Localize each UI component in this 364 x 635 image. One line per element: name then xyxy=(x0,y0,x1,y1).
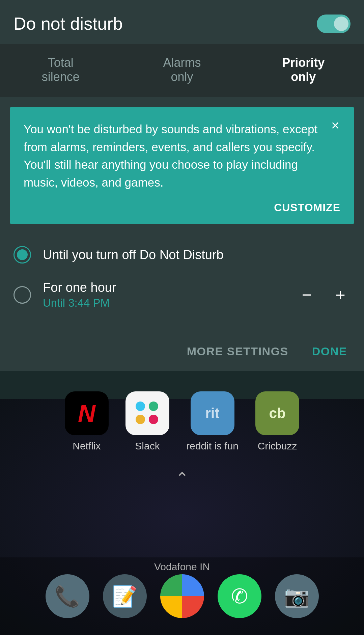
dock-whatsapp-button[interactable]: ✆ xyxy=(218,574,261,618)
docs-icon: 📝 xyxy=(112,584,137,608)
app-row: N Netflix Slack rit reddit is fun cb Cri xyxy=(0,378,364,465)
customize-button[interactable]: CUSTOMIZE xyxy=(24,201,340,214)
info-banner: × You won't be disturbed by sounds and v… xyxy=(10,107,354,224)
duration-options: Until you turn off Do Not Disturb For on… xyxy=(0,224,364,331)
option-indefinite[interactable]: Until you turn off Do Not Disturb xyxy=(13,238,351,272)
radio-one-hour[interactable] xyxy=(13,286,31,304)
slack-icon xyxy=(125,391,169,435)
tab-priority-only[interactable]: Priorityonly xyxy=(243,44,364,97)
decrease-hour-button[interactable]: − xyxy=(297,285,317,305)
phone-icon: 📞 xyxy=(55,584,80,608)
slack-label: Slack xyxy=(135,440,160,452)
app-area: N Netflix Slack rit reddit is fun cb Cri xyxy=(0,371,364,635)
netflix-icon: N xyxy=(65,391,109,435)
option-one-hour-label: For one hour xyxy=(43,280,297,295)
close-banner-button[interactable]: × xyxy=(327,117,344,134)
app-reddit[interactable]: rit reddit is fun xyxy=(186,391,239,452)
reddit-label: reddit is fun xyxy=(186,440,239,452)
dnd-toggle[interactable] xyxy=(317,15,351,33)
increase-hour-button[interactable]: + xyxy=(330,285,351,305)
dock-chrome-button[interactable] xyxy=(160,574,204,618)
done-button[interactable]: DONE xyxy=(309,341,351,361)
dock-phone-button[interactable]: 📞 xyxy=(46,574,89,618)
reddit-icon: rit xyxy=(191,391,234,435)
dialog-actions: MORE SETTINGS DONE xyxy=(0,331,364,375)
option-indefinite-label: Until you turn off Do Not Disturb xyxy=(43,248,351,262)
more-settings-button[interactable]: MORE SETTINGS xyxy=(184,341,292,361)
hour-controls: − + xyxy=(297,285,351,305)
option-one-hour[interactable]: For one hour Until 3:44 PM − + xyxy=(13,272,351,318)
dialog-title: Do not disturb xyxy=(13,13,123,34)
tab-total-silence[interactable]: Totalsilence xyxy=(0,44,121,97)
option-one-hour-sublabel: Until 3:44 PM xyxy=(43,297,297,309)
app-cricbuzz[interactable]: cb Cricbuzz xyxy=(255,391,299,452)
camera-icon: 📷 xyxy=(284,584,309,608)
netflix-label: Netflix xyxy=(73,440,101,452)
radio-indefinite[interactable] xyxy=(13,246,31,264)
dialog-header: Do not disturb xyxy=(0,0,364,44)
whatsapp-icon: ✆ xyxy=(231,584,248,608)
banner-description: You won't be disturbed by sounds and vib… xyxy=(24,120,340,191)
do-not-disturb-dialog: Do not disturb Totalsilence Alarmsonly P… xyxy=(0,0,364,371)
app-slack[interactable]: Slack xyxy=(125,391,169,452)
dock-docs-button[interactable]: 📝 xyxy=(103,574,147,618)
cricbuzz-label: Cricbuzz xyxy=(258,440,297,452)
app-netflix[interactable]: N Netflix xyxy=(65,391,109,452)
cricbuzz-icon: cb xyxy=(255,391,299,435)
tab-alarms-only[interactable]: Alarmsonly xyxy=(121,44,243,97)
dock-camera-button[interactable]: 📷 xyxy=(275,574,319,618)
app-drawer-chevron[interactable]: ⌃ xyxy=(0,469,364,488)
mode-tab-bar: Totalsilence Alarmsonly Priorityonly xyxy=(0,44,364,97)
bottom-dock: 📞 📝 ✆ 📷 xyxy=(0,557,364,635)
